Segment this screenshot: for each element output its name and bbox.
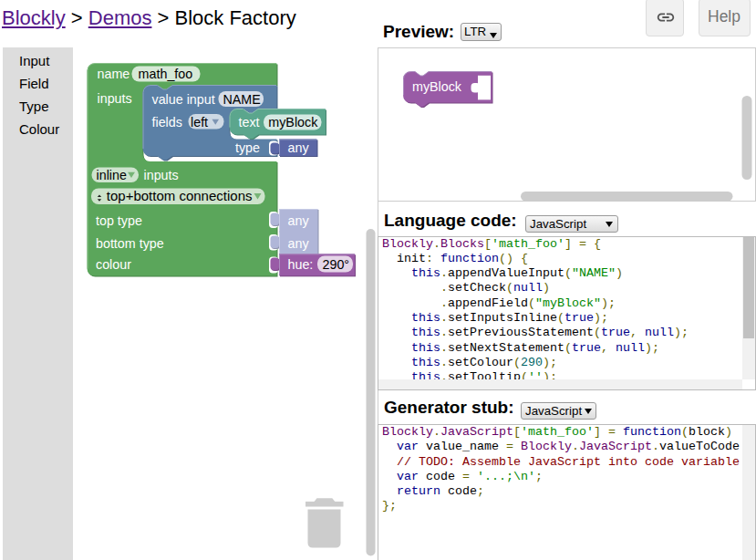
svg-text:any: any — [288, 140, 310, 155]
svg-text:290°: 290° — [323, 257, 350, 272]
svg-text:math_foo: math_foo — [139, 67, 193, 81]
svg-text:text: text — [239, 115, 260, 130]
svg-text:myBlock: myBlock — [412, 79, 462, 94]
svg-text:name: name — [98, 67, 130, 81]
svg-text:inline: inline — [97, 168, 127, 182]
svg-text:any: any — [288, 213, 310, 228]
svg-text:value input: value input — [152, 92, 215, 107]
svg-text:NAME: NAME — [223, 92, 261, 107]
svg-text:type: type — [235, 140, 260, 155]
svg-text:colour: colour — [96, 257, 131, 272]
svg-text:inputs: inputs — [144, 168, 179, 182]
svg-text:myBlock: myBlock — [268, 115, 318, 130]
svg-text:left: left — [191, 115, 208, 130]
svg-text:top type: top type — [96, 213, 142, 228]
svg-text:top+bottom connections: top+bottom connections — [107, 188, 253, 203]
svg-text:fields: fields — [152, 115, 182, 130]
svg-text:bottom type: bottom type — [96, 236, 164, 251]
svg-text:hue:: hue: — [288, 257, 314, 272]
svg-text:inputs: inputs — [98, 91, 132, 106]
svg-text:any: any — [288, 236, 310, 251]
